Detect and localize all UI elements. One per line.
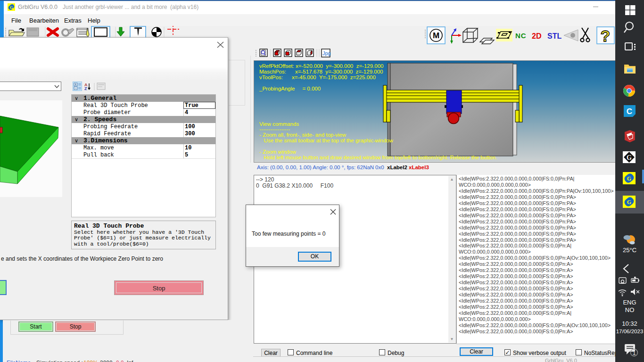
svg-text:1: 1 bbox=[633, 350, 636, 356]
svg-text:NC: NC bbox=[515, 32, 527, 40]
svg-text:G: G bbox=[627, 154, 632, 161]
svg-text:C: C bbox=[627, 107, 632, 116]
svg-text:STL: STL bbox=[547, 32, 561, 40]
svg-text:Z: Z bbox=[84, 86, 87, 91]
svg-text:G: G bbox=[10, 6, 13, 10]
svg-text:?: ? bbox=[601, 27, 611, 45]
svg-text:G: G bbox=[627, 199, 631, 206]
svg-text:2D: 2D bbox=[532, 32, 541, 40]
svg-text:M: M bbox=[433, 31, 439, 40]
svg-text:Jpg: Jpg bbox=[322, 50, 331, 56]
svg-text:G: G bbox=[627, 175, 631, 182]
